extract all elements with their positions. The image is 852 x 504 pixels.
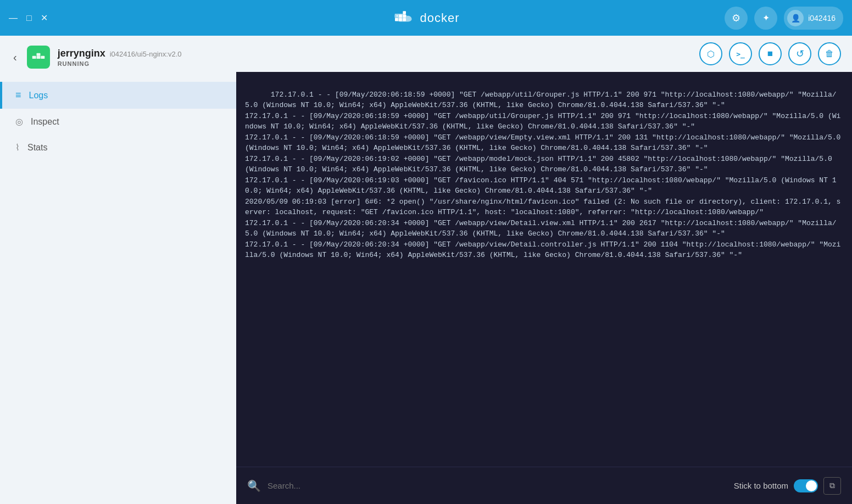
copy-button[interactable]: ⧉	[823, 477, 841, 495]
copy-icon: ⧉	[829, 481, 835, 490]
bug-report-button[interactable]: ✦	[754, 7, 777, 30]
right-panel: ⬡ >_ ■ ↺ 🗑 172.17.0.1 - - [09/May/2020:0…	[236, 36, 852, 504]
container-image: i042416/ui5-nginx:v2.0	[110, 50, 182, 58]
back-button[interactable]: ‹	[11, 49, 19, 66]
svg-rect-7	[32, 56, 36, 59]
stats-label: Stats	[27, 143, 47, 153]
docker-logo: docker	[392, 7, 459, 29]
user-icon: 👤	[791, 14, 800, 23]
inspect-icon: ◎	[15, 116, 23, 127]
close-button[interactable]: ✕	[41, 13, 48, 23]
bug-icon: ✦	[762, 13, 770, 23]
avatar: 👤	[787, 10, 804, 26]
sidebar: ‹ jerrynginx i042416/ui5-nginx:v2.0 RUNN…	[0, 36, 236, 504]
container-status: RUNNING	[58, 60, 182, 67]
stats-icon: ⌇	[15, 142, 20, 153]
search-icon: 🔍	[247, 479, 261, 492]
stick-to-bottom-toggle[interactable]	[794, 479, 818, 492]
container-info: jerrynginx i042416/ui5-nginx:v2.0 RUNNIN…	[58, 48, 182, 67]
docker-logo-text: docker	[420, 11, 459, 25]
restart-button[interactable]: ↺	[788, 42, 811, 65]
user-account-button[interactable]: 👤 i042416	[784, 7, 843, 30]
titlebar: — □ ✕ docker ⚙ ✦ 👤 i042416	[0, 0, 852, 36]
window-controls: — □ ✕	[9, 13, 48, 23]
log-content: 172.17.0.1 - - [09/May/2020:06:18:59 +00…	[245, 91, 845, 260]
container-icon	[27, 46, 50, 69]
action-bar: ⬡ >_ ■ ↺ 🗑	[236, 36, 852, 72]
terminal-icon: >_	[736, 50, 745, 58]
username-label: i042416	[808, 14, 836, 23]
inspect-label: Inspect	[31, 117, 59, 127]
stick-to-bottom-container: Stick to bottom ⧉	[734, 477, 841, 495]
restart-icon: ↺	[796, 48, 804, 60]
search-bar: 🔍 Stick to bottom ⧉	[236, 467, 852, 504]
sidebar-item-logs[interactable]: ≡ Logs	[0, 82, 236, 109]
gear-icon: ⚙	[732, 12, 740, 24]
svg-point-6	[396, 15, 397, 16]
logs-icon: ≡	[15, 89, 21, 101]
log-output: 172.17.0.1 - - [09/May/2020:06:18:59 +00…	[236, 72, 852, 467]
main-container: ‹ jerrynginx i042416/ui5-nginx:v2.0 RUNN…	[0, 36, 852, 504]
container-name: jerrynginx	[58, 48, 105, 59]
maximize-button[interactable]: □	[26, 13, 32, 23]
svg-rect-5	[403, 11, 406, 14]
minimize-button[interactable]: —	[9, 13, 18, 23]
svg-rect-10	[41, 56, 44, 59]
delete-button[interactable]: 🗑	[818, 42, 841, 65]
logs-label: Logs	[29, 91, 48, 100]
open-browser-button[interactable]: ⬡	[699, 42, 722, 65]
toggle-knob	[806, 480, 817, 491]
settings-button[interactable]: ⚙	[725, 7, 748, 30]
titlebar-right-controls: ⚙ ✦ 👤 i042416	[725, 7, 843, 30]
svg-rect-8	[36, 56, 40, 59]
svg-rect-9	[36, 53, 40, 56]
stop-button[interactable]: ■	[759, 42, 782, 65]
docker-whale-icon	[392, 7, 414, 29]
terminal-button[interactable]: >_	[729, 42, 752, 65]
stick-to-bottom-label: Stick to bottom	[734, 481, 788, 490]
search-input[interactable]	[268, 481, 727, 490]
container-header: ‹ jerrynginx i042416/ui5-nginx:v2.0 RUNN…	[0, 36, 236, 76]
sidebar-nav: ≡ Logs ◎ Inspect ⌇ Stats	[0, 76, 236, 166]
stop-icon: ■	[767, 48, 773, 59]
delete-icon: 🗑	[825, 49, 834, 59]
sidebar-item-inspect[interactable]: ◎ Inspect	[0, 109, 236, 135]
sidebar-item-stats[interactable]: ⌇ Stats	[0, 135, 236, 160]
container-cube-icon	[31, 50, 46, 64]
open-browser-icon: ⬡	[707, 49, 715, 59]
